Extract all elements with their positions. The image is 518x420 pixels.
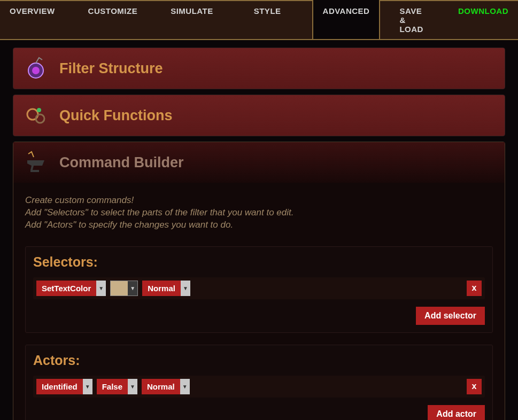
tab-advanced[interactable]: ADVANCED xyxy=(312,0,381,39)
actors-section: Actors: Identified ▼ False ▼ Normal ▼ x xyxy=(25,345,493,420)
chip-label: SetTextColor xyxy=(36,281,96,296)
chevron-down-icon[interactable]: ▼ xyxy=(180,379,190,394)
svg-point-1 xyxy=(32,67,40,74)
chip-label: Identified xyxy=(36,379,83,394)
panel-title: Quick Functions xyxy=(59,107,173,124)
tab-style[interactable]: STYLE xyxy=(244,1,291,39)
chip-label: Normal xyxy=(142,379,180,394)
actor-chip-normal[interactable]: Normal ▼ xyxy=(142,379,190,394)
intro-line: Create custom commands! xyxy=(25,195,493,207)
tab-saveload[interactable]: SAVE & LOAD xyxy=(390,1,439,39)
intro-text: Create custom commands! Add "Selectors" … xyxy=(25,195,493,231)
panel-title: Command Builder xyxy=(59,154,184,171)
color-picker[interactable]: ▼ xyxy=(110,281,138,296)
intro-line: Add "Selectors" to select the parts of t… xyxy=(25,207,493,219)
selectors-section: Selectors: SetTextColor ▼ ▼ Normal ▼ x xyxy=(25,246,493,333)
main-content: Filter Structure Quick Functions Command… xyxy=(0,40,518,420)
tab-overview[interactable]: OVERVIEW xyxy=(0,1,65,39)
panel-command-builder: Command Builder Create custom commands! … xyxy=(13,142,505,420)
builder-body: Create custom commands! Add "Selectors" … xyxy=(13,183,505,420)
tab-download[interactable]: DOWNLOAD xyxy=(449,1,518,39)
svg-point-4 xyxy=(37,108,41,112)
add-actor-button[interactable]: Add actor xyxy=(428,405,485,420)
svg-point-3 xyxy=(36,114,44,123)
chevron-down-icon[interactable]: ▼ xyxy=(128,379,137,394)
selector-chip-settextcolor[interactable]: SetTextColor ▼ xyxy=(36,281,106,296)
chip-label: False xyxy=(97,379,128,394)
selector-row: SetTextColor ▼ ▼ Normal ▼ x xyxy=(33,277,485,299)
chevron-down-icon[interactable]: ▼ xyxy=(83,379,92,394)
chevron-down-icon[interactable]: ▼ xyxy=(128,281,137,295)
section-title: Actors: xyxy=(33,353,485,368)
chevron-down-icon[interactable]: ▼ xyxy=(96,281,106,296)
actor-chip-false[interactable]: False ▼ xyxy=(97,379,137,394)
section-title: Selectors: xyxy=(33,254,485,270)
add-selector-button[interactable]: Add selector xyxy=(416,307,485,325)
builder-header[interactable]: Command Builder xyxy=(13,142,505,183)
anvil-icon xyxy=(23,150,49,175)
actor-chip-identified[interactable]: Identified ▼ xyxy=(36,379,92,394)
color-swatch xyxy=(111,281,128,295)
remove-actor-button[interactable]: x xyxy=(467,379,482,394)
panel-quick-functions[interactable]: Quick Functions xyxy=(13,95,505,136)
panel-title: Filter Structure xyxy=(59,60,163,77)
chip-label: Normal xyxy=(142,281,181,296)
gears-icon xyxy=(23,103,49,128)
chevron-down-icon[interactable]: ▼ xyxy=(181,281,190,296)
selector-chip-normal[interactable]: Normal ▼ xyxy=(142,281,190,296)
actor-row: Identified ▼ False ▼ Normal ▼ x xyxy=(33,376,485,398)
intro-line: Add "Actors" to specify the changes you … xyxy=(25,219,493,231)
remove-selector-button[interactable]: x xyxy=(467,281,482,296)
orb-icon xyxy=(23,56,49,81)
top-tabs: OVERVIEW CUSTOMIZE SIMULATE STYLE ADVANC… xyxy=(0,0,518,40)
tab-simulate[interactable]: SIMULATE xyxy=(161,1,223,39)
tab-customize[interactable]: CUSTOMIZE xyxy=(79,1,148,39)
panel-filter-structure[interactable]: Filter Structure xyxy=(13,48,505,89)
